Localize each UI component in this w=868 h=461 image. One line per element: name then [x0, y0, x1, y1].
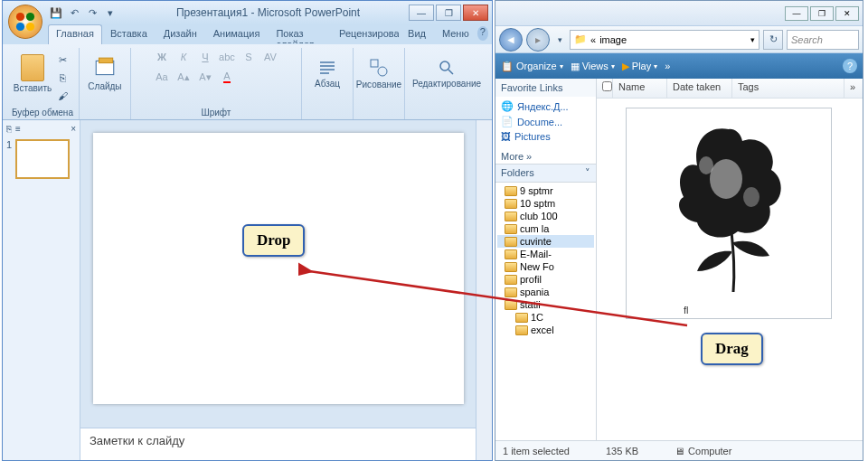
- column-more[interactable]: »: [844, 79, 863, 98]
- refresh-button[interactable]: ↻: [763, 30, 783, 50]
- save-icon[interactable]: 💾: [48, 5, 64, 21]
- folder-node[interactable]: 1C: [497, 311, 594, 324]
- bold-icon[interactable]: Ж: [152, 48, 172, 66]
- folder-node[interactable]: New Fo: [497, 260, 594, 273]
- folder-node[interactable]: cuvinte: [497, 235, 594, 248]
- slides-label: Слайды: [88, 81, 121, 91]
- folder-node[interactable]: cum la: [497, 222, 594, 235]
- office-button[interactable]: [8, 5, 42, 39]
- close-button[interactable]: ✕: [463, 5, 488, 21]
- ribbon-group-paragraph: Абзац: [302, 48, 354, 119]
- play-menu[interactable]: ▶Play▾: [622, 61, 657, 72]
- ex-maximize-button[interactable]: ❐: [810, 6, 834, 21]
- copy-icon[interactable]: ⎘: [54, 70, 72, 86]
- folder-node[interactable]: E-Mail-: [497, 248, 594, 260]
- panel-close-icon[interactable]: ×: [71, 124, 76, 134]
- drop-callout: Drop: [242, 224, 305, 257]
- nav-history-dropdown-icon[interactable]: ▾: [553, 28, 566, 52]
- drawing-button[interactable]: Рисование: [359, 48, 399, 99]
- address-bar[interactable]: 📁 « image ▾: [570, 30, 760, 50]
- cut-icon[interactable]: ✂: [54, 52, 72, 68]
- help-icon[interactable]: ?: [477, 26, 488, 41]
- char-spacing-icon[interactable]: AV: [260, 48, 280, 66]
- status-size: 135 KB: [606, 446, 638, 456]
- clear-format-icon[interactable]: Aa: [152, 68, 172, 86]
- svg-point-8: [440, 61, 449, 71]
- underline-icon[interactable]: Ч: [195, 48, 215, 66]
- toolbar-more[interactable]: »: [665, 61, 670, 71]
- italic-icon[interactable]: К: [174, 48, 193, 66]
- ex-close-button[interactable]: ✕: [835, 6, 859, 21]
- strike-icon[interactable]: abc: [217, 48, 237, 66]
- minimize-button[interactable]: —: [409, 5, 434, 21]
- tab-slideshow[interactable]: Показ слайдов: [268, 24, 331, 44]
- pictures-icon: 🖼: [501, 131, 511, 142]
- organize-menu[interactable]: 📋Organize▾: [501, 61, 563, 72]
- outline-tab-thumbnails-icon[interactable]: ⎘: [6, 124, 12, 134]
- tab-review[interactable]: Рецензирование: [331, 24, 400, 44]
- search-input[interactable]: Search: [787, 30, 859, 50]
- forward-button[interactable]: ▸: [526, 28, 550, 52]
- ex-content: Name Date taken Tags »: [597, 79, 863, 440]
- tab-design[interactable]: Дизайн: [156, 24, 205, 44]
- column-tags[interactable]: Tags: [732, 79, 844, 98]
- undo-icon[interactable]: ↶: [66, 5, 82, 21]
- globe-icon: 🌐: [501, 100, 514, 112]
- column-name[interactable]: Name: [613, 79, 667, 98]
- tab-home[interactable]: Главная: [48, 24, 102, 44]
- svg-point-9: [710, 159, 742, 199]
- paste-button[interactable]: Вставить: [13, 48, 52, 99]
- maximize-button[interactable]: ❐: [436, 5, 461, 21]
- slide-thumbnail[interactable]: 1: [6, 139, 76, 179]
- file-list[interactable]: fl: [597, 99, 863, 440]
- views-menu[interactable]: ▦Views▾: [571, 61, 615, 72]
- folder-node[interactable]: 9 sptmr: [497, 184, 594, 197]
- ribbon-group-drawing: Рисование: [354, 48, 405, 119]
- ribbon-group-clipboard: Вставить ✂ ⎘ 🖌 Буфер обмена: [6, 48, 80, 119]
- slides-button[interactable]: Слайды: [85, 48, 125, 99]
- tab-view[interactable]: Вид: [400, 24, 434, 44]
- folder-node[interactable]: excel: [497, 324, 594, 336]
- vertical-scrollbar[interactable]: [476, 120, 492, 460]
- address-dropdown-icon[interactable]: ▾: [750, 35, 755, 44]
- redo-icon[interactable]: ↷: [84, 5, 100, 21]
- font-grow-icon[interactable]: A▴: [174, 68, 193, 86]
- slide[interactable]: [93, 133, 464, 404]
- editing-button[interactable]: Редактирование: [410, 48, 483, 99]
- favorites-more[interactable]: More »: [495, 149, 596, 164]
- breadcrumb-current[interactable]: image: [599, 34, 627, 45]
- shadow-icon[interactable]: S: [239, 48, 259, 66]
- tab-animation[interactable]: Анимация: [205, 24, 269, 44]
- font-group-label: Шрифт: [202, 108, 231, 119]
- folder-node[interactable]: statii: [497, 298, 594, 311]
- toolbar-help-icon[interactable]: ?: [843, 59, 857, 73]
- format-painter-icon[interactable]: 🖌: [54, 88, 72, 104]
- column-checkbox[interactable]: [597, 79, 613, 98]
- outline-tab-outline-icon[interactable]: ≡: [15, 124, 21, 134]
- breadcrumb-sep[interactable]: «: [590, 34, 596, 45]
- paragraph-button[interactable]: Абзац: [307, 48, 347, 99]
- ex-minimize-button[interactable]: —: [785, 6, 808, 21]
- folder-node[interactable]: club 100: [497, 210, 594, 222]
- column-date[interactable]: Date taken: [667, 79, 732, 98]
- notes-pane[interactable]: Заметки к слайду: [80, 428, 476, 460]
- back-button[interactable]: ◄: [499, 28, 523, 52]
- folder-node[interactable]: spania: [497, 286, 594, 298]
- slide-canvas[interactable]: [80, 120, 476, 428]
- file-item[interactable]: fl: [626, 108, 832, 319]
- favorite-link[interactable]: 📄Docume...: [501, 114, 590, 129]
- ex-navigation-bar: ◄ ▸ ▾ 📁 « image ▾ ↻ Search: [495, 26, 863, 53]
- tab-insert[interactable]: Вставка: [102, 24, 156, 44]
- font-shrink-icon[interactable]: A▾: [195, 68, 215, 86]
- tab-menu[interactable]: Меню: [434, 24, 477, 44]
- folder-node[interactable]: 10 sptm: [497, 197, 594, 210]
- qat-dropdown-icon[interactable]: ▾: [102, 5, 118, 21]
- folder-node[interactable]: profil: [497, 273, 594, 286]
- folders-header[interactable]: Folders˅: [495, 164, 596, 183]
- chevron-down-icon: ˅: [585, 167, 590, 179]
- font-color-icon[interactable]: A: [217, 68, 237, 86]
- favorite-link[interactable]: 🌐Яндекс.Д...: [501, 99, 590, 114]
- svg-rect-5: [99, 58, 112, 62]
- clipboard-group-label: Буфер обмена: [12, 108, 73, 119]
- favorite-link[interactable]: 🖼Pictures: [501, 129, 590, 144]
